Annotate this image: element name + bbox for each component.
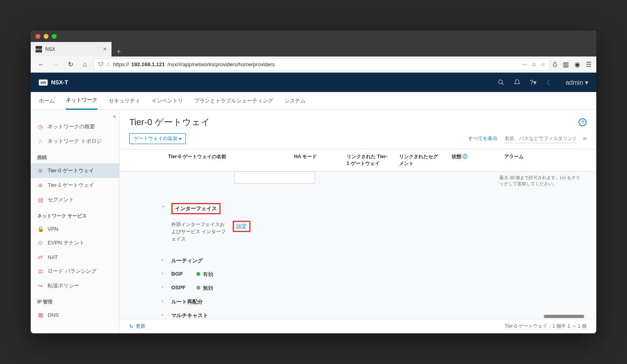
close-tab-icon[interactable]: × (103, 46, 107, 53)
interfaces-highlight: インターフェイス (171, 203, 221, 214)
back-button[interactable]: ← (36, 59, 47, 70)
sidebar-label: セグメント (48, 196, 74, 203)
user-menu[interactable]: admin ▾ (566, 79, 588, 86)
new-tab-button[interactable]: + (112, 47, 126, 56)
minimize-window-button[interactable] (44, 34, 48, 39)
browser-tabs: NSX NSX × + (31, 42, 596, 56)
sidebar-label: ネットワーク トポロジ (48, 138, 102, 145)
nav-security[interactable]: セキュリティ (109, 92, 140, 110)
sidebar-item-tier0[interactable]: ⊕Tier-0 ゲートウェイ (31, 163, 119, 178)
section-redist[interactable]: ルート再配分 (171, 298, 203, 305)
app-header: vm NSX-T ?▾ ☾ admin ▾ (31, 73, 596, 92)
sidebar-item-lb[interactable]: ⚖ロード バランシング (31, 264, 119, 278)
more-icon[interactable]: ⋯ (522, 61, 527, 67)
sidebar-item-forward[interactable]: ↪転送ポリシー (31, 278, 119, 293)
window-titlebar (31, 31, 596, 42)
status-dot-green (196, 272, 200, 276)
footer-count: Tier-0 ゲートウェイ：1 個中 1 ～ 1 個 (505, 323, 587, 330)
collapse-sidebar-icon[interactable]: « (113, 113, 116, 119)
sidebar: « ◷ネットワークの概要 ⛬ネットワーク トポロジ 接続 ⊕Tier-0 ゲート… (31, 110, 120, 333)
col-alarm: アラーム (499, 153, 596, 167)
nav-network[interactable]: ネットワーク (66, 92, 97, 110)
empty-input-box[interactable] (234, 172, 315, 184)
account-icon[interactable]: ◉ (574, 61, 580, 68)
chevron-right-icon[interactable]: › (162, 285, 166, 289)
browser-toolbar: ← → ↻ ⌂ 🛡 ⚠ https://192.168.1.121/nsx/#/… (31, 56, 596, 73)
help-icon[interactable]: ?▾ (529, 78, 537, 86)
sidebar-item-vpn[interactable]: 🔒VPN (31, 222, 119, 236)
close-window-button[interactable] (36, 34, 40, 39)
search-icon[interactable] (497, 78, 505, 86)
nav-plan[interactable]: プランとトラブルシューティング (194, 92, 273, 110)
dns-icon: ▦ (37, 312, 44, 318)
vpn-icon: 🔒 (37, 226, 44, 232)
sidebar-header-ip: IP 管理 (31, 293, 119, 308)
filter-icon[interactable]: ≡ (583, 135, 587, 142)
config-highlight: 設定 (233, 221, 250, 232)
chevron-right-icon[interactable]: › (162, 271, 166, 276)
gateway-icon: ⊕ (37, 182, 44, 188)
sidebar-item-segment[interactable]: ▤セグメント (31, 192, 119, 207)
address-bar[interactable]: 🛡 ⚠ https://192.168.1.121/nsx/#/app/netw… (94, 59, 550, 71)
main-nav: ホーム ネットワーク セキュリティ インベントリ プランとトラブルシューティング… (31, 92, 596, 110)
reload-button[interactable]: ↻ (65, 59, 76, 70)
menu-icon[interactable]: ☰ (586, 61, 591, 68)
config-link[interactable]: 設定 (236, 223, 247, 229)
home-button[interactable]: ⌂ (79, 59, 90, 70)
chevron-right-icon[interactable]: › (162, 312, 166, 317)
page-title: Tier-0 ゲートウェイ (129, 116, 210, 128)
col-linked-seg: リンクされたセグメント (394, 153, 447, 167)
chevron-down-icon: ▾ (179, 136, 181, 142)
forward-button[interactable]: → (50, 59, 61, 70)
sidebar-item-evpn[interactable]: ⊙EVPN テナント (31, 236, 119, 250)
sidebar-label: ロード バランシング (48, 268, 97, 275)
browser-tab[interactable]: NSX NSX × (31, 42, 112, 56)
nav-home[interactable]: ホーム (39, 92, 55, 110)
section-routing[interactable]: ルーティング (171, 257, 203, 264)
refresh-button[interactable]: ↻更新 (129, 323, 145, 330)
reader-icon[interactable]: ☺ (531, 61, 537, 67)
chevron-down-icon[interactable]: ⌄ (162, 203, 166, 208)
library-icon[interactable]: ⎙ (553, 61, 557, 68)
bell-icon[interactable] (513, 78, 521, 86)
page-help-icon[interactable]: ? (579, 118, 587, 126)
info-icon[interactable]: ⓘ (463, 154, 467, 159)
svg-point-0 (499, 80, 502, 84)
filter-input[interactable] (504, 134, 577, 143)
svg-line-1 (502, 83, 503, 85)
chevron-right-icon[interactable]: › (162, 257, 166, 262)
url-host: 192.168.1.121 (131, 61, 165, 67)
sidebar-item-overview[interactable]: ◷ネットワークの概要 (31, 119, 119, 134)
refresh-icon: ↻ (129, 324, 133, 329)
lb-icon: ⚖ (37, 268, 44, 274)
dark-mode-icon[interactable]: ☾ (545, 78, 553, 86)
sidebar-label: VPN (48, 226, 59, 232)
bgp-status: 有効 (196, 271, 213, 278)
sidebar-item-dns[interactable]: ▦DNS (31, 308, 119, 322)
sidebar-header-connect: 接続 (31, 149, 119, 163)
bookmark-icon[interactable]: ☆ (541, 61, 545, 67)
product-logo: vm NSX-T (39, 79, 68, 86)
sidebar-label: 転送ポリシー (48, 282, 79, 289)
section-interfaces[interactable]: インターフェイス (175, 205, 217, 211)
show-all-link[interactable]: すべてを表示 (468, 135, 497, 142)
topology-icon: ⛬ (37, 138, 44, 144)
nav-system[interactable]: システム (284, 92, 305, 110)
section-multicast[interactable]: マルチキャスト (171, 312, 208, 319)
sidebar-item-topology[interactable]: ⛬ネットワーク トポロジ (31, 134, 119, 149)
sidebar-toggle-icon[interactable]: ▥ (563, 61, 569, 68)
section-ospf[interactable]: OSPF (171, 285, 191, 291)
nav-inventory[interactable]: インベントリ (151, 92, 183, 110)
evpn-icon: ⊙ (37, 240, 44, 246)
chevron-right-icon[interactable]: › (162, 298, 166, 303)
sidebar-label: NAT (48, 254, 58, 260)
col-linked-t1: リンクされた Tier-1 ゲートウェイ (342, 153, 394, 167)
maximize-window-button[interactable] (52, 34, 57, 39)
section-bgp[interactable]: BGP (171, 271, 191, 277)
tab-title: NSX (45, 46, 55, 52)
sidebar-item-nat[interactable]: ⇄NAT (31, 250, 119, 264)
col-status: 状態 ⓘ (447, 153, 499, 167)
sidebar-item-tier1[interactable]: ⊕Tier-1 ゲートウェイ (31, 178, 119, 192)
horizontal-scrollbar[interactable] (544, 315, 584, 318)
add-gateway-button[interactable]: ゲートウェイの追加▾ (129, 133, 186, 144)
